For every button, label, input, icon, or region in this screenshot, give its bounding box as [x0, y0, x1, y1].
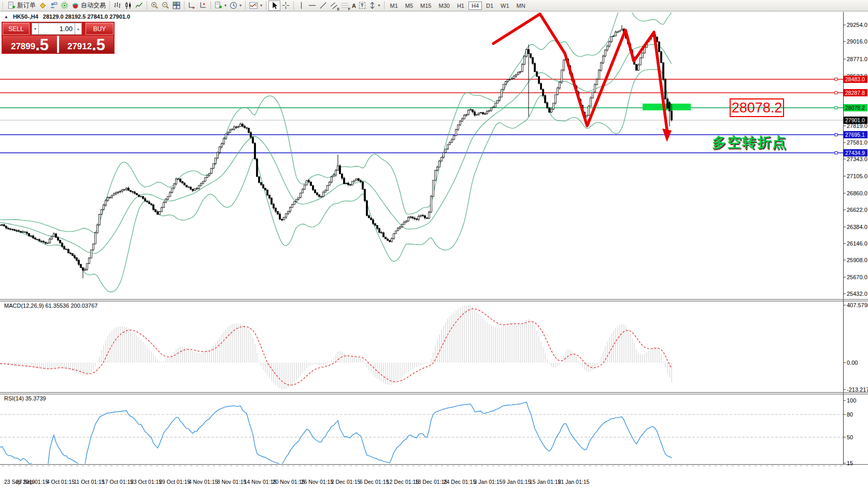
- line-handle[interactable]: [835, 78, 837, 81]
- collapse-icon[interactable]: ▲: [4, 15, 8, 19]
- vertical-line-tool-button[interactable]: [296, 1, 307, 11]
- indicators-icon: [249, 2, 258, 9]
- date-label: 24 Dec 01:15: [444, 479, 476, 485]
- rsi-panel[interactable]: [0, 402, 843, 468]
- data-feed-button[interactable]: [59, 1, 70, 11]
- label-tool-button[interactable]: T: [358, 1, 367, 11]
- date-label: 20 Nov 01:15: [273, 479, 305, 485]
- volume-increase-button[interactable]: ▲: [75, 23, 82, 35]
- chart-canvas[interactable]: 29254.029016.028771.028523.027819.027581…: [0, 0, 868, 488]
- trendline-tool-button[interactable]: [318, 1, 329, 11]
- fibonacci-tool-button[interactable]: F: [339, 1, 350, 11]
- chevron-down-icon: ▾: [224, 3, 226, 8]
- timeframe-button-mn[interactable]: MN: [514, 2, 529, 10]
- new-order-icon: [8, 2, 16, 9]
- line-chart-icon: [135, 2, 143, 9]
- indicators-menu-button[interactable]: ▾: [248, 1, 264, 11]
- date-label: 12 Dec 01:15: [387, 479, 419, 485]
- line-handle[interactable]: [835, 152, 837, 154]
- cursor-tool-button[interactable]: [268, 1, 280, 11]
- turning-point-annotation[interactable]: 多空转折点: [712, 133, 787, 152]
- date-label: 21 Jan 01:15: [558, 479, 590, 485]
- new-order-button[interactable]: 新订单: [6, 1, 37, 11]
- market-watch-button[interactable]: [37, 1, 48, 11]
- text-tool-button[interactable]: A: [350, 1, 358, 11]
- date-label: 15 Jan 01:15: [530, 479, 561, 485]
- chart-header[interactable]: ▲ HK50-,H4 28129.0 28192.5 27841.0 27901…: [4, 13, 130, 20]
- axis-tick-label: 26146.0: [847, 240, 867, 247]
- crosshair-tool-button[interactable]: [280, 1, 291, 11]
- svg-text:28483.0: 28483.0: [845, 76, 865, 82]
- timeframe-button-m1[interactable]: M1: [387, 2, 401, 10]
- axis-tick-label: 25670.0: [847, 274, 867, 280]
- rsi-indicator-label: RSI(14) 35.3739: [4, 395, 46, 401]
- horizontal-line-tool-button[interactable]: [307, 1, 318, 11]
- buy-price[interactable]: 27912.5: [59, 36, 113, 53]
- arrow-head-icon[interactable]: [662, 128, 672, 142]
- chart-shift-button[interactable]: [197, 1, 208, 11]
- axis-tick-label: 29016.0: [847, 38, 867, 45]
- svg-text:27434.9: 27434.9: [845, 150, 865, 156]
- vertical-line-icon: [297, 2, 305, 9]
- bollinger-band-line: [0, 69, 672, 292]
- new-chart-button[interactable]: ▾: [213, 1, 228, 11]
- axis-tick-label: 29254.0: [847, 22, 867, 28]
- line-chart-mode-button[interactable]: [134, 1, 145, 11]
- zoom-in-button[interactable]: [149, 1, 160, 11]
- timeframe-button-h1[interactable]: H1: [454, 2, 467, 10]
- buy-button[interactable]: BUY: [86, 23, 113, 35]
- autotrade-button[interactable]: 自动交易: [70, 1, 107, 11]
- line-handle[interactable]: [835, 107, 837, 109]
- price-annotation-box[interactable]: 28078.2: [730, 98, 784, 117]
- toolbar: 新订单 自动交易 ▾ ▾ ▾ E F A T ▾ M1M5M15M30H1H4D…: [0, 0, 868, 11]
- timeframe-button-d1[interactable]: D1: [483, 2, 496, 10]
- profiles-button[interactable]: [48, 1, 59, 11]
- axis-tick-label: 27581.0: [847, 139, 867, 146]
- line-handle[interactable]: [835, 134, 837, 136]
- timeframe-button-w1[interactable]: W1: [497, 2, 513, 10]
- chevron-down-icon: ▾: [260, 3, 262, 8]
- timeframes-menu-button[interactable]: ▾: [228, 1, 243, 11]
- candlestick-icon: [124, 2, 132, 9]
- macd-indicator-label: MACD(12,26,9) 61.35536 200.03767: [4, 303, 97, 309]
- zoom-out-button[interactable]: [160, 1, 171, 11]
- timeframe-button-m30[interactable]: M30: [435, 2, 452, 10]
- timeframe-button-h4[interactable]: H4: [468, 2, 482, 10]
- axis-tick-label: 0.00: [847, 360, 858, 366]
- volume-input[interactable]: 1.00: [39, 23, 75, 35]
- line-handle[interactable]: [835, 92, 837, 94]
- date-label: 9 Jan 01:15: [503, 479, 531, 485]
- bar-chart-mode-button[interactable]: [112, 1, 123, 11]
- price-line-badge: 28078.2: [844, 104, 867, 111]
- zoom-in-icon: [151, 2, 159, 9]
- volume-decrease-button[interactable]: ▼: [32, 23, 39, 35]
- macd-panel[interactable]: [0, 305, 672, 390]
- new-order-label: 新订单: [17, 1, 36, 10]
- sell-price[interactable]: 27899.5: [3, 36, 57, 53]
- shapes-tool-button[interactable]: ▾: [367, 1, 382, 11]
- date-label: 11 Oct 01:15: [74, 479, 105, 485]
- date-label: 4 Nov 01:15: [189, 479, 218, 485]
- svg-text:28078.2: 28078.2: [845, 105, 865, 111]
- timeframe-button-m5[interactable]: M5: [402, 2, 416, 10]
- auto-scroll-button[interactable]: [187, 1, 197, 11]
- buy-price-decimal: .5: [92, 39, 105, 52]
- timeframe-button-m15[interactable]: M15: [417, 2, 434, 10]
- candlestick-mode-button[interactable]: [123, 1, 134, 11]
- text-tool-icon: A: [352, 3, 356, 9]
- date-label: 27 Sep 01:15: [16, 479, 49, 485]
- rsi-line: [0, 402, 672, 468]
- clock-icon: [230, 2, 237, 9]
- sell-button[interactable]: SELL: [3, 23, 30, 35]
- date-label: 29 Oct 01:15: [159, 479, 190, 485]
- sell-price-main: 27899: [11, 42, 35, 51]
- separator: [184, 1, 184, 10]
- tile-windows-icon: [173, 2, 180, 9]
- date-label: 4 Oct 01:15: [47, 479, 75, 485]
- tile-windows-button[interactable]: [171, 1, 182, 11]
- channel-tool-button[interactable]: E: [329, 1, 339, 11]
- axis-tick-label: 407.57984: [847, 302, 868, 308]
- price-line-badge: 28287.8: [844, 89, 867, 96]
- profile-icon: [50, 2, 58, 9]
- chevron-down-icon: ▾: [378, 3, 380, 8]
